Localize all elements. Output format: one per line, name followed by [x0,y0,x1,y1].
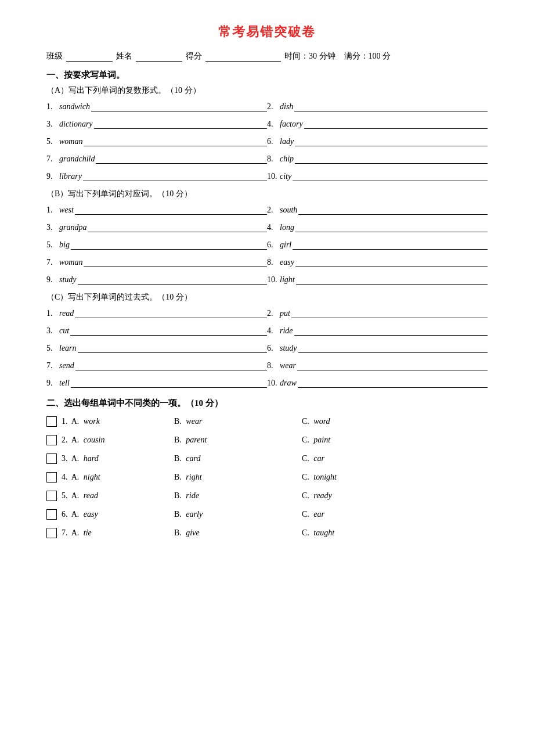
list-item: 2. put [267,305,488,321]
list-item: 3. grandpa [46,219,267,235]
list-item: 1. sandwich [46,98,267,114]
answer-bracket[interactable] [46,528,57,538]
list-item: 1. west [46,201,267,218]
section1-title: 一、按要求写单词。 [46,70,488,81]
list-item: 10. city [267,168,488,184]
choice-col-a: 2. A. cousin [46,435,174,445]
score-label: 得分 [186,51,202,62]
name-label: 姓名 [116,51,132,62]
partA-grid: 1. sandwich 2. dish 3. dictionary 4. fac… [46,98,488,184]
list-item: 4. long [267,219,488,235]
full-label: 满分：100 分 [344,51,391,62]
list-item: 7. woman [46,254,267,270]
list-item: 4. ride [267,322,488,339]
list-item: 9. tell [46,375,267,391]
answer-bracket[interactable] [46,472,57,483]
choice-col-a: 5. A. read [46,491,174,501]
partC-grid: 1. read 2. put 3. cut 4. ride 5. learn 6… [46,305,488,391]
partC-label: （C）写出下列单词的过去式。（10 分） [46,292,488,303]
time-label: 时间：30 分钟 [284,51,335,62]
list-item: 10. draw [267,375,488,391]
list-item: 6. study [267,340,488,356]
answer-bracket[interactable] [46,435,57,445]
choice-col-a: 7. A. tie [46,528,174,538]
choice-row: 6. A. easy B. early C. ear [46,505,488,524]
list-item: 7. send [46,357,267,373]
choice-col-a: 3. A. hard [46,453,174,464]
list-item: 8. easy [267,254,488,270]
partA-label: （A）写出下列单词的复数形式。（10 分） [46,85,488,96]
page-title: 常考易错突破卷 [46,23,488,41]
list-item: 3. dictionary [46,116,267,132]
list-item: 2. dish [267,98,488,114]
class-label: 班级 [46,51,63,62]
list-item: 2. south [267,201,488,218]
list-item: 8. wear [267,357,488,373]
answer-bracket[interactable] [46,416,57,427]
choice-col-a: 1. A. work [46,416,174,427]
list-item: 9. study [46,271,267,287]
list-item: 1. read [46,305,267,321]
section2-title: 二、选出每组单词中不同类的一项。（10 分） [46,398,488,409]
answer-bracket[interactable] [46,453,57,464]
list-item: 5. learn [46,340,267,356]
list-item: 5. woman [46,133,267,149]
answer-bracket[interactable] [46,491,57,501]
score-field[interactable] [205,51,281,62]
list-item: 9. library [46,168,267,184]
list-item: 7. grandchild [46,150,267,167]
choice-row: 5. A. read B. ride C. ready [46,487,488,505]
list-item: 5. big [46,236,267,253]
choice-row: 2. A. cousin B. parent C. paint [46,431,488,449]
choice-col-a: 4. A. night [46,472,174,483]
list-item: 8. chip [267,150,488,167]
partB-label: （B）写出下列单词的对应词。（10 分） [46,189,488,199]
header-line: 班级 姓名 得分 时间：30 分钟 满分：100 分 [46,51,488,62]
class-field[interactable] [66,51,113,62]
name-field[interactable] [136,51,182,62]
choice-row: 1. A. work B. wear C. word [46,412,488,431]
list-item: 6. lady [267,133,488,149]
choice-col-a: 6. A. easy [46,509,174,520]
choice-row: 3. A. hard B. card C. car [46,449,488,468]
section2-list: 1. A. work B. wear C. word 2. A. cousin … [46,412,488,542]
choice-row: 4. A. night B. right C. tonight [46,468,488,487]
list-item: 4. factory [267,116,488,132]
partB-grid: 1. west 2. south 3. grandpa 4. long 5. b… [46,201,488,287]
list-item: 3. cut [46,322,267,339]
choice-row: 7. A. tie B. give C. taught [46,524,488,542]
answer-bracket[interactable] [46,509,57,520]
list-item: 10. light [267,271,488,287]
list-item: 6. girl [267,236,488,253]
